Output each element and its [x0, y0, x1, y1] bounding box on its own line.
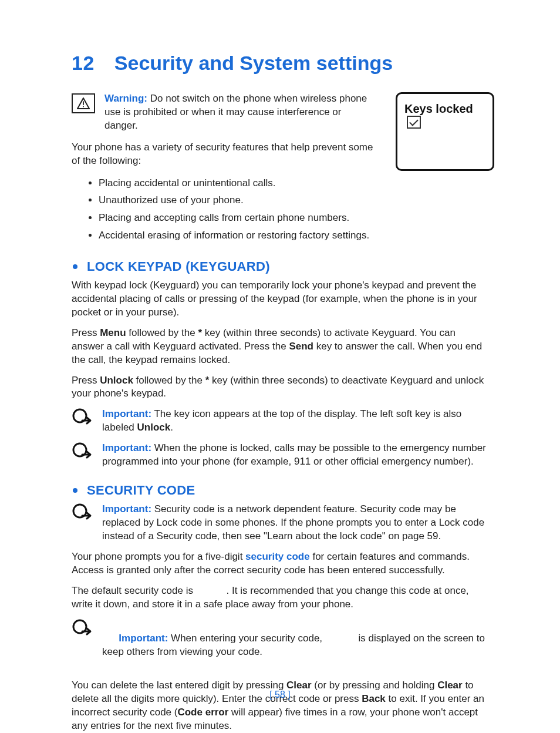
section-heading-security-code: SECURITY CODE: [72, 483, 488, 498]
intro-paragraph: Your phone has a variety of security fea…: [72, 141, 377, 168]
security-code-term: security code: [245, 551, 310, 562]
body-paragraph: With keypad lock (Keyguard) you can temp…: [72, 279, 488, 320]
bullet-icon: [73, 264, 77, 269]
keys-locked-label: Keys locked: [404, 102, 473, 116]
chapter-heading: 12 Security and System settings: [72, 52, 488, 75]
list-item: Unauthorized use of your phone.: [99, 193, 488, 207]
warning-label: Warning:: [104, 93, 147, 104]
section-title: SECURITY CODE: [87, 483, 195, 498]
section-heading-keyguard: LOCK KEYPAD (KEYGUARD): [72, 259, 488, 274]
checkbox-icon: [407, 116, 421, 129]
important-text: Important: Security code is a network de…: [102, 503, 488, 543]
chapter-number: 12: [72, 52, 95, 75]
body-paragraph: Your phone prompts you for a five-digit …: [72, 550, 488, 577]
important-arrow-icon: [72, 618, 93, 637]
important-arrow-icon: [72, 442, 93, 460]
warning-text: Warning: Do not switch on the phone when…: [104, 92, 377, 133]
list-item: Accidental erasing of information or res…: [99, 228, 488, 243]
svg-rect-1: [83, 101, 84, 105]
important-arrow-icon: [72, 408, 93, 426]
list-item: Placing and accepting calls from certain…: [99, 211, 488, 225]
important-text: Important: When the phone is locked, cal…: [102, 442, 488, 469]
important-arrow-icon: [72, 503, 93, 522]
body-paragraph: You can delete the last entered digit by…: [72, 679, 488, 733]
document-page: 12 Security and System settings Keys loc…: [0, 0, 560, 733]
intro-bullet-list: Placing accidental or unintentional call…: [72, 176, 488, 243]
body-paragraph: Press Menu followed by the * key (within…: [72, 327, 488, 367]
important-note: Important: When the phone is locked, cal…: [72, 442, 488, 469]
page-number: [ 58 ]: [0, 690, 560, 700]
important-text: Important: The key icon appears at the t…: [102, 408, 488, 435]
important-note: Important: When entering your security c…: [72, 618, 488, 673]
section-title: LOCK KEYPAD (KEYGUARD): [87, 259, 270, 274]
chapter-title-text: Security and System settings: [114, 52, 393, 75]
keys-locked-figure: Keys locked: [396, 92, 494, 171]
body-paragraph: The default security code is . It is rec…: [72, 584, 488, 611]
body-paragraph: Press Unlock followed by the * key (with…: [72, 374, 488, 401]
important-note: Important: The key icon appears at the t…: [72, 408, 488, 435]
important-text: Important: When entering your security c…: [102, 618, 488, 673]
warning-icon: [72, 93, 95, 113]
intro-block: Keys locked Warning: Do not switch on th…: [72, 92, 488, 243]
svg-rect-2: [83, 106, 84, 107]
important-note: Important: Security code is a network de…: [72, 503, 488, 543]
list-item: Placing accidental or unintentional call…: [99, 176, 488, 190]
bullet-icon: [73, 488, 77, 493]
